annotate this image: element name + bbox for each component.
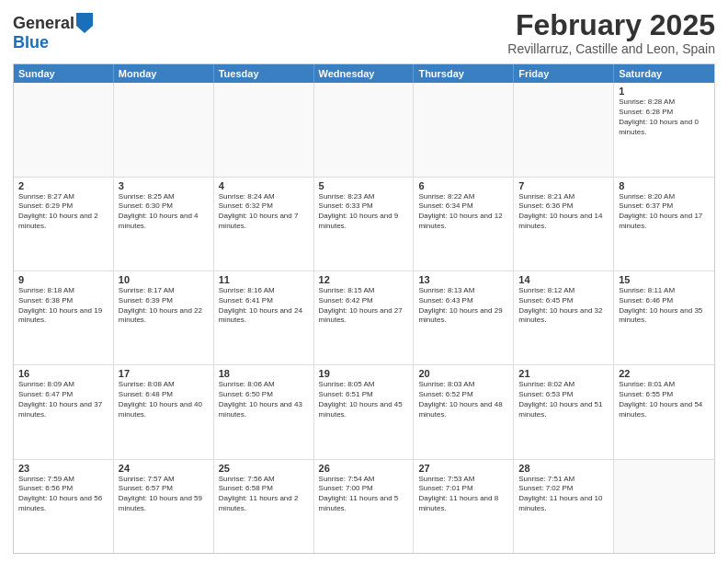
logo-blue: Blue bbox=[13, 33, 49, 52]
day-number: 20 bbox=[418, 368, 508, 379]
day-info: Sunrise: 8:22 AM Sunset: 6:34 PM Dayligh… bbox=[418, 192, 508, 232]
day-number: 10 bbox=[119, 274, 209, 285]
day-number: 5 bbox=[319, 180, 409, 191]
header-day-friday: Friday bbox=[514, 64, 614, 83]
calendar-day-5: 5Sunrise: 8:23 AM Sunset: 6:33 PM Daylig… bbox=[314, 178, 415, 270]
calendar-week-3: 9Sunrise: 8:18 AM Sunset: 6:38 PM Daylig… bbox=[14, 271, 714, 365]
day-number: 22 bbox=[619, 368, 710, 379]
title-block: February 2025 Revillarruz, Castille and … bbox=[507, 9, 715, 56]
day-info: Sunrise: 8:02 AM Sunset: 6:53 PM Dayligh… bbox=[518, 380, 609, 419]
calendar-empty-cell bbox=[14, 83, 114, 176]
day-info: Sunrise: 8:20 AM Sunset: 6:37 PM Dayligh… bbox=[619, 192, 710, 232]
calendar-day-27: 27Sunrise: 7:53 AM Sunset: 7:01 PM Dayli… bbox=[414, 460, 514, 553]
calendar-day-2: 2Sunrise: 8:27 AM Sunset: 6:29 PM Daylig… bbox=[14, 178, 114, 270]
day-info: Sunrise: 8:17 AM Sunset: 6:39 PM Dayligh… bbox=[119, 286, 209, 326]
day-info: Sunrise: 8:08 AM Sunset: 6:48 PM Dayligh… bbox=[119, 380, 209, 419]
day-number: 21 bbox=[518, 368, 609, 379]
logo: General Blue bbox=[13, 13, 93, 52]
calendar-day-10: 10Sunrise: 8:17 AM Sunset: 6:39 PM Dayli… bbox=[114, 271, 214, 364]
day-info: Sunrise: 8:09 AM Sunset: 6:47 PM Dayligh… bbox=[18, 380, 108, 419]
calendar-day-26: 26Sunrise: 7:54 AM Sunset: 7:00 PM Dayli… bbox=[314, 460, 415, 553]
day-info: Sunrise: 8:03 AM Sunset: 6:52 PM Dayligh… bbox=[418, 380, 508, 419]
logo-icon bbox=[76, 13, 93, 33]
day-info: Sunrise: 7:59 AM Sunset: 6:56 PM Dayligh… bbox=[18, 475, 108, 514]
day-number: 3 bbox=[119, 180, 209, 191]
header-day-monday: Monday bbox=[114, 64, 214, 83]
calendar-day-24: 24Sunrise: 7:57 AM Sunset: 6:57 PM Dayli… bbox=[114, 460, 214, 553]
calendar-day-21: 21Sunrise: 8:02 AM Sunset: 6:53 PM Dayli… bbox=[514, 365, 614, 458]
day-number: 4 bbox=[219, 180, 309, 191]
day-number: 8 bbox=[619, 180, 710, 191]
day-info: Sunrise: 7:57 AM Sunset: 6:57 PM Dayligh… bbox=[119, 475, 209, 514]
day-info: Sunrise: 7:51 AM Sunset: 7:02 PM Dayligh… bbox=[518, 475, 609, 514]
header-day-saturday: Saturday bbox=[614, 64, 714, 83]
calendar-week-5: 23Sunrise: 7:59 AM Sunset: 6:56 PM Dayli… bbox=[14, 460, 714, 553]
calendar-day-16: 16Sunrise: 8:09 AM Sunset: 6:47 PM Dayli… bbox=[14, 365, 114, 458]
calendar-day-12: 12Sunrise: 8:15 AM Sunset: 6:42 PM Dayli… bbox=[314, 271, 415, 364]
day-number: 14 bbox=[518, 274, 609, 285]
calendar-empty-cell bbox=[314, 83, 415, 176]
day-number: 9 bbox=[18, 274, 108, 285]
day-number: 23 bbox=[18, 463, 108, 474]
day-info: Sunrise: 8:15 AM Sunset: 6:42 PM Dayligh… bbox=[319, 286, 409, 326]
calendar-day-11: 11Sunrise: 8:16 AM Sunset: 6:41 PM Dayli… bbox=[214, 271, 314, 364]
calendar-day-7: 7Sunrise: 8:21 AM Sunset: 6:36 PM Daylig… bbox=[514, 178, 614, 270]
day-number: 12 bbox=[319, 274, 409, 285]
calendar-day-19: 19Sunrise: 8:05 AM Sunset: 6:51 PM Dayli… bbox=[314, 365, 415, 458]
day-number: 1 bbox=[619, 86, 710, 97]
calendar-day-1: 1Sunrise: 8:28 AM Sunset: 6:28 PM Daylig… bbox=[614, 83, 714, 176]
header: General Blue February 2025 Revillarruz, … bbox=[13, 9, 715, 56]
calendar-day-23: 23Sunrise: 7:59 AM Sunset: 6:56 PM Dayli… bbox=[14, 460, 114, 553]
calendar-day-3: 3Sunrise: 8:25 AM Sunset: 6:30 PM Daylig… bbox=[114, 178, 214, 270]
calendar-day-25: 25Sunrise: 7:56 AM Sunset: 6:58 PM Dayli… bbox=[214, 460, 314, 553]
page: General Blue February 2025 Revillarruz, … bbox=[0, 0, 728, 563]
day-info: Sunrise: 8:06 AM Sunset: 6:50 PM Dayligh… bbox=[219, 380, 309, 419]
calendar-day-17: 17Sunrise: 8:08 AM Sunset: 6:48 PM Dayli… bbox=[114, 365, 214, 458]
svg-marker-0 bbox=[76, 13, 93, 33]
calendar-day-15: 15Sunrise: 8:11 AM Sunset: 6:46 PM Dayli… bbox=[614, 271, 714, 364]
day-info: Sunrise: 8:11 AM Sunset: 6:46 PM Dayligh… bbox=[619, 286, 710, 326]
day-number: 19 bbox=[319, 368, 409, 379]
calendar-header: SundayMondayTuesdayWednesdayThursdayFrid… bbox=[14, 64, 714, 83]
calendar-empty-cell bbox=[614, 460, 714, 553]
day-info: Sunrise: 8:01 AM Sunset: 6:55 PM Dayligh… bbox=[619, 380, 710, 419]
day-number: 26 bbox=[319, 463, 409, 474]
day-number: 6 bbox=[418, 180, 508, 191]
day-number: 7 bbox=[518, 180, 609, 191]
header-day-thursday: Thursday bbox=[414, 64, 514, 83]
day-number: 24 bbox=[119, 463, 209, 474]
header-day-wednesday: Wednesday bbox=[314, 64, 415, 83]
day-info: Sunrise: 8:23 AM Sunset: 6:33 PM Dayligh… bbox=[319, 192, 409, 232]
calendar-body: 1Sunrise: 8:28 AM Sunset: 6:28 PM Daylig… bbox=[14, 83, 714, 553]
day-info: Sunrise: 8:27 AM Sunset: 6:29 PM Dayligh… bbox=[18, 192, 108, 232]
day-number: 17 bbox=[119, 368, 209, 379]
day-info: Sunrise: 7:53 AM Sunset: 7:01 PM Dayligh… bbox=[418, 475, 508, 514]
location-subtitle: Revillarruz, Castille and Leon, Spain bbox=[507, 41, 715, 56]
day-number: 25 bbox=[219, 463, 309, 474]
day-info: Sunrise: 8:16 AM Sunset: 6:41 PM Dayligh… bbox=[219, 286, 309, 326]
calendar-day-22: 22Sunrise: 8:01 AM Sunset: 6:55 PM Dayli… bbox=[614, 365, 714, 458]
calendar-day-4: 4Sunrise: 8:24 AM Sunset: 6:32 PM Daylig… bbox=[214, 178, 314, 270]
month-title: February 2025 bbox=[507, 9, 715, 41]
calendar-week-2: 2Sunrise: 8:27 AM Sunset: 6:29 PM Daylig… bbox=[14, 178, 714, 271]
calendar-empty-cell bbox=[514, 83, 614, 176]
calendar-empty-cell bbox=[114, 83, 214, 176]
calendar-day-6: 6Sunrise: 8:22 AM Sunset: 6:34 PM Daylig… bbox=[414, 178, 514, 270]
calendar-day-8: 8Sunrise: 8:20 AM Sunset: 6:37 PM Daylig… bbox=[614, 178, 714, 270]
day-info: Sunrise: 8:25 AM Sunset: 6:30 PM Dayligh… bbox=[119, 192, 209, 232]
calendar: SundayMondayTuesdayWednesdayThursdayFrid… bbox=[13, 63, 715, 554]
day-number: 18 bbox=[219, 368, 309, 379]
calendar-week-4: 16Sunrise: 8:09 AM Sunset: 6:47 PM Dayli… bbox=[14, 365, 714, 459]
calendar-empty-cell bbox=[414, 83, 514, 176]
calendar-day-13: 13Sunrise: 8:13 AM Sunset: 6:43 PM Dayli… bbox=[414, 271, 514, 364]
day-info: Sunrise: 7:54 AM Sunset: 7:00 PM Dayligh… bbox=[319, 475, 409, 514]
day-number: 15 bbox=[619, 274, 710, 285]
day-info: Sunrise: 8:28 AM Sunset: 6:28 PM Dayligh… bbox=[619, 98, 710, 137]
day-info: Sunrise: 8:24 AM Sunset: 6:32 PM Dayligh… bbox=[219, 192, 309, 232]
day-info: Sunrise: 8:13 AM Sunset: 6:43 PM Dayligh… bbox=[418, 286, 508, 326]
logo-general: General bbox=[13, 14, 74, 33]
day-number: 13 bbox=[418, 274, 508, 285]
header-day-sunday: Sunday bbox=[14, 64, 114, 83]
calendar-day-28: 28Sunrise: 7:51 AM Sunset: 7:02 PM Dayli… bbox=[514, 460, 614, 553]
day-info: Sunrise: 8:05 AM Sunset: 6:51 PM Dayligh… bbox=[319, 380, 409, 419]
